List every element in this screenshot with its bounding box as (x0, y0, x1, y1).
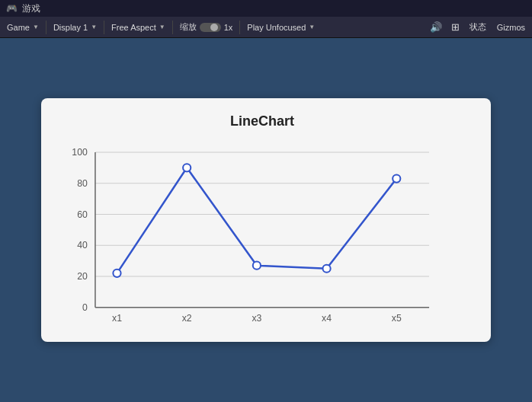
chart-title: LineChart (56, 113, 468, 129)
data-point-5 (393, 174, 400, 182)
svg-text:0: 0 (82, 302, 88, 313)
audio-icon: 🔊 (430, 21, 442, 33)
gizmos-label: Gizmos (497, 23, 525, 32)
game-icon: 🎮 (6, 3, 18, 14)
aspect-label: Free Aspect (111, 23, 156, 32)
gizmos-button[interactable]: Gizmos (493, 19, 529, 36)
grid-button[interactable]: ⊞ (448, 20, 463, 34)
play-chevron-icon: ▼ (309, 24, 315, 30)
zoom-control[interactable]: 缩放 1x (176, 20, 237, 34)
game-label: Game (7, 23, 30, 32)
title-bar-label: 游戏 (22, 2, 40, 15)
sep1 (46, 21, 46, 34)
game-chevron-icon: ▼ (33, 24, 39, 30)
play-dropdown[interactable]: Play Unfocused ▼ (243, 19, 319, 36)
data-point-4 (322, 265, 330, 273)
svg-text:60: 60 (77, 209, 88, 220)
display-chevron-icon: ▼ (91, 24, 97, 30)
svg-text:x1: x1 (112, 313, 122, 324)
svg-text:100: 100 (72, 147, 88, 158)
svg-text:x2: x2 (182, 313, 192, 324)
svg-text:80: 80 (77, 178, 88, 189)
svg-text:20: 20 (77, 271, 88, 282)
play-label: Play Unfocused (247, 23, 306, 32)
aspect-chevron-icon: ▼ (159, 24, 165, 30)
display-dropdown[interactable]: Display 1 ▼ (50, 19, 101, 36)
game-dropdown[interactable]: Game ▼ (3, 19, 43, 36)
line-chart-svg: 0 20 40 60 80 100 x1 x2 x3 x4 x5 (56, 139, 468, 337)
title-bar: 🎮 游戏 (0, 0, 532, 17)
status-button[interactable]: 状态 (466, 19, 490, 36)
sep2 (104, 21, 104, 34)
status-label: 状态 (470, 21, 486, 33)
svg-text:x4: x4 (322, 313, 332, 324)
zoom-toggle[interactable] (200, 23, 221, 32)
zoom-text: 缩放 (180, 21, 197, 33)
svg-text:40: 40 (77, 240, 88, 250)
sep4 (239, 21, 240, 34)
data-point-2 (183, 164, 191, 171)
toolbar: Game ▼ Display 1 ▼ Free Aspect ▼ 缩放 1x P… (0, 17, 532, 38)
audio-button[interactable]: 🔊 (427, 20, 445, 34)
sep3 (172, 21, 173, 34)
data-point-1 (113, 270, 120, 277)
toolbar-right: 🔊 ⊞ 状态 Gizmos (427, 19, 529, 36)
svg-text:x5: x5 (392, 313, 402, 324)
display-label: Display 1 (53, 23, 88, 32)
grid-icon: ⊞ (451, 21, 460, 33)
main-content: LineChart 0 20 40 (0, 38, 532, 402)
zoom-knob (210, 24, 218, 31)
chart-card: LineChart 0 20 40 (41, 98, 491, 342)
chart-area: 0 20 40 60 80 100 x1 x2 x3 x4 x5 (56, 139, 468, 337)
zoom-value: 1x (224, 23, 233, 32)
data-point-3 (253, 262, 261, 270)
aspect-dropdown[interactable]: Free Aspect ▼ (107, 19, 169, 36)
svg-text:x3: x3 (252, 313, 261, 324)
